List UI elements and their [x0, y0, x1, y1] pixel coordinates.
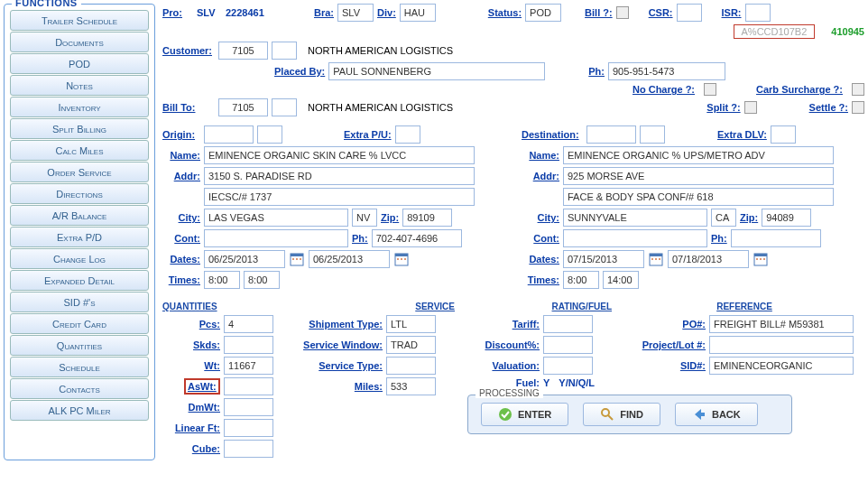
dest-date2-field[interactable] — [668, 250, 749, 268]
origin-dates-label[interactable]: Dates: — [162, 254, 200, 265]
svc-type-field[interactable] — [386, 357, 436, 375]
tariff-label[interactable]: Tariff: — [467, 319, 540, 330]
dest-date1-field[interactable] — [563, 250, 644, 268]
fn-directions[interactable]: Directions — [10, 183, 149, 204]
origin-cont-field[interactable] — [204, 229, 348, 247]
dest-name-field[interactable] — [563, 146, 834, 164]
lf-label[interactable]: Linear Ft: — [162, 423, 220, 433]
origin-cont-label[interactable]: Cont: — [162, 233, 200, 244]
valuation-label[interactable]: Valuation: — [467, 360, 540, 371]
split-checkbox[interactable] — [744, 101, 757, 114]
back-button[interactable]: BACK — [675, 403, 758, 426]
miles-field[interactable] — [386, 377, 436, 395]
extra-dlv-field[interactable] — [771, 125, 796, 144]
fn-inventory[interactable]: Inventory — [10, 97, 149, 117]
pro-label[interactable]: Pro: — [162, 7, 193, 18]
valuation-field[interactable] — [543, 357, 593, 375]
dest-zip-field[interactable] — [762, 209, 811, 227]
sid-field[interactable] — [709, 357, 854, 375]
origin-label[interactable]: Origin: — [162, 129, 200, 140]
csr-field[interactable] — [677, 4, 702, 22]
aswt-field[interactable] — [224, 377, 273, 395]
fn-credit-card[interactable]: Credit Card — [10, 313, 149, 334]
pcs-label[interactable]: Pcs: — [162, 319, 220, 330]
origin-city-field[interactable] — [204, 209, 348, 227]
fn-quantities[interactable]: Quantities — [10, 335, 149, 356]
origin-addr2-field[interactable] — [204, 188, 475, 206]
fn-sid-numbers[interactable]: SID #'s — [10, 292, 149, 312]
origin-name-label[interactable]: Name: — [162, 150, 200, 161]
settle-label[interactable]: Settle ?: — [809, 102, 848, 113]
origin-time2-field[interactable] — [244, 271, 280, 289]
miles-label[interactable]: Miles: — [292, 381, 383, 392]
carb-label[interactable]: Carb Surcharge ?: — [756, 84, 843, 95]
div-field[interactable] — [400, 4, 436, 22]
ph-label[interactable]: Ph: — [588, 66, 605, 77]
fn-notes[interactable]: Notes — [10, 75, 149, 96]
po-field[interactable] — [709, 315, 854, 333]
ship-type-field[interactable] — [386, 315, 436, 333]
dest-time2-field[interactable] — [603, 271, 639, 289]
po-label[interactable]: PO#: — [624, 319, 706, 330]
dest-city-label[interactable]: City: — [522, 212, 559, 223]
origin-date2-field[interactable] — [309, 250, 390, 268]
fn-pod[interactable]: POD — [10, 53, 149, 74]
proj-field[interactable] — [709, 336, 854, 354]
customer-ph-field[interactable] — [608, 62, 725, 80]
enter-button[interactable]: ENTER — [481, 403, 568, 426]
find-button[interactable]: FIND — [583, 403, 660, 426]
customer-code[interactable] — [218, 42, 268, 60]
dest-times-label[interactable]: Times: — [522, 274, 559, 285]
dest-state-field[interactable] — [711, 209, 736, 227]
dest-ph-field[interactable] — [731, 229, 821, 247]
extra-dlv-label[interactable]: Extra DLV: — [717, 129, 767, 140]
customer-label[interactable]: Customer: — [162, 45, 215, 56]
isr-field[interactable] — [745, 4, 771, 22]
origin-times-label[interactable]: Times: — [162, 274, 200, 285]
bill-q-checkbox[interactable] — [616, 6, 629, 19]
dest-code[interactable] — [586, 125, 636, 144]
origin-addr1-field[interactable] — [204, 167, 475, 185]
skds-label[interactable]: Skds: — [162, 339, 220, 350]
bra-field[interactable] — [337, 4, 374, 22]
fn-contacts[interactable]: Contacts — [10, 378, 149, 399]
billto-sub[interactable] — [272, 98, 297, 116]
origin-date1-field[interactable] — [204, 250, 285, 268]
bra-label[interactable]: Bra: — [314, 7, 334, 18]
billto-code[interactable] — [218, 98, 268, 116]
discount-field[interactable] — [543, 336, 593, 354]
dest-dates-label[interactable]: Dates: — [522, 254, 559, 265]
fn-extra-pd[interactable]: Extra P/D — [10, 227, 149, 247]
dest-ph-label[interactable]: Ph: — [711, 233, 727, 244]
fn-expanded-detail[interactable]: Expanded Detail — [10, 270, 149, 291]
fn-trailer-schedule[interactable]: Trailer Schedule — [10, 10, 149, 31]
no-charge-label[interactable]: No Charge ?: — [633, 84, 695, 95]
fn-order-service[interactable]: Order Service — [10, 162, 149, 182]
origin-sub[interactable] — [257, 125, 282, 144]
billto-label[interactable]: Bill To: — [162, 102, 215, 113]
fn-calc-miles[interactable]: Calc Miles — [10, 140, 149, 161]
tariff-field[interactable] — [543, 315, 593, 333]
dest-zip-label[interactable]: Zip: — [740, 212, 758, 223]
skds-field[interactable] — [224, 336, 273, 354]
isr-label[interactable]: ISR: — [722, 7, 742, 18]
pcs-field[interactable] — [224, 315, 273, 333]
fn-change-log[interactable]: Change Log — [10, 248, 149, 269]
dest-city-field[interactable] — [563, 209, 707, 227]
calendar-icon[interactable] — [648, 251, 664, 267]
split-label[interactable]: Split ?: — [706, 102, 740, 113]
discount-label[interactable]: Discount%: — [467, 339, 540, 350]
origin-time1-field[interactable] — [204, 271, 240, 289]
proj-label[interactable]: Project/Lot #: — [624, 339, 706, 350]
fn-schedule[interactable]: Schedule — [10, 357, 149, 377]
wt-label[interactable]: Wt: — [162, 360, 220, 371]
origin-ph-label[interactable]: Ph: — [352, 233, 368, 244]
fn-split-billing[interactable]: Split Billing — [10, 118, 149, 139]
fn-alk-pc-miler[interactable]: ALK PC Miler — [10, 400, 149, 421]
origin-state-field[interactable] — [352, 209, 377, 227]
no-charge-checkbox[interactable] — [704, 83, 716, 96]
lf-field[interactable] — [224, 419, 273, 437]
carb-checkbox[interactable] — [852, 83, 864, 96]
div-label[interactable]: Div: — [377, 7, 396, 18]
origin-zip-label[interactable]: Zip: — [381, 212, 399, 223]
